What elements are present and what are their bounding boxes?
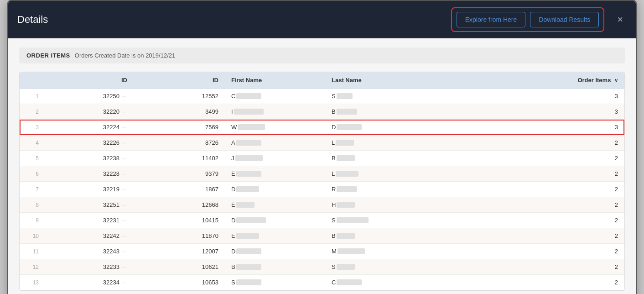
cell-last-name: R (325, 182, 426, 197)
cell-first-name: E (225, 228, 325, 244)
cell-last-name: S (325, 89, 426, 104)
col-user-id: ID (134, 72, 225, 89)
cell-user-id: 3499 (134, 104, 225, 120)
download-results-button[interactable]: Download Results (530, 12, 599, 27)
cell-first-name: D (225, 213, 325, 228)
sort-arrow-icon: ∨ (614, 78, 618, 83)
cell-last-name: L (325, 166, 426, 182)
cell-row-num: 3 (20, 120, 42, 135)
cell-order-id: 32243··· (42, 244, 134, 259)
cell-order-items: 2 (426, 182, 624, 197)
cell-order-id: 32234··· (42, 275, 134, 290)
table-row[interactable]: 1032242···11870EB2 (20, 228, 624, 244)
cell-order-items: 3 (426, 104, 624, 120)
cell-row-num: 5 (20, 151, 42, 166)
col-first-name: First Name (225, 72, 325, 89)
cell-order-id: 32251··· (42, 197, 134, 213)
close-button[interactable]: × (613, 12, 627, 27)
table-row[interactable]: 1232233···10621BS2 (20, 259, 624, 275)
cell-user-id: 11870 (134, 228, 225, 244)
table-row[interactable]: 532238···11402JB2 (20, 151, 624, 166)
table-row[interactable]: 132250···12552CS3 (20, 89, 624, 104)
cell-row-num: 6 (20, 166, 42, 182)
cell-row-num: 12 (20, 259, 42, 275)
cell-order-items: 2 (426, 213, 624, 228)
cell-row-num: 11 (20, 244, 42, 259)
explore-from-here-button[interactable]: Explore from Here (457, 12, 526, 27)
cell-user-id: 7569 (134, 120, 225, 135)
cell-order-id: 32219··· (42, 182, 134, 197)
cell-first-name: A (225, 135, 325, 151)
cell-first-name: E (225, 197, 325, 213)
cell-order-id: 32233··· (42, 259, 134, 275)
cell-row-num: 4 (20, 135, 42, 151)
cell-row-num: 13 (20, 275, 42, 290)
table-header-row: ID ID First Name Last Name Order Items ∨ (20, 72, 624, 89)
cell-order-id: 32228··· (42, 166, 134, 182)
table-row[interactable]: 732219···1867DR2 (20, 182, 624, 197)
cell-last-name: B (325, 228, 426, 244)
filter-label: ORDER ITEMS (26, 52, 70, 59)
cell-user-id: 1867 (134, 182, 225, 197)
modal-title: Details (17, 14, 48, 26)
cell-user-id: 10621 (134, 259, 225, 275)
cell-last-name: B (325, 151, 426, 166)
filter-bar: ORDER ITEMS Orders Created Date is on 20… (19, 47, 625, 63)
cell-first-name: S (225, 275, 325, 290)
table-row[interactable]: 632228···9379EL2 (20, 166, 624, 182)
cell-order-id: 32220··· (42, 104, 134, 120)
table-row[interactable]: 1132243···12007DM2 (20, 244, 624, 259)
data-table-container: ID ID First Name Last Name Order Items ∨… (19, 72, 625, 291)
cell-last-name: L (325, 135, 426, 151)
col-order-items[interactable]: Order Items ∨ (426, 72, 624, 89)
cell-last-name: C (325, 275, 426, 290)
cell-order-id: 32226··· (42, 135, 134, 151)
cell-last-name: H (325, 197, 426, 213)
cell-order-items: 2 (426, 228, 624, 244)
modal-body: ORDER ITEMS Orders Created Date is on 20… (8, 38, 636, 294)
cell-first-name: D (225, 244, 325, 259)
cell-first-name: J (225, 151, 325, 166)
col-row-num (20, 72, 42, 89)
cell-user-id: 12007 (134, 244, 225, 259)
cell-order-id: 32224··· (42, 120, 134, 135)
cell-order-items: 2 (426, 275, 624, 290)
cell-order-items: 2 (426, 244, 624, 259)
table-row[interactable]: 1332234···10653SC2 (20, 275, 624, 290)
table-row[interactable]: 932231···10415DS2 (20, 213, 624, 228)
modal-header: Details Explore from Here Download Resul… (8, 1, 636, 38)
cell-user-id: 12552 (134, 89, 225, 104)
cell-order-items: 3 (426, 120, 624, 135)
cell-last-name: S (325, 213, 426, 228)
cell-row-num: 2 (20, 104, 42, 120)
cell-row-num: 1 (20, 89, 42, 104)
table-row[interactable]: 232220···3499IB3 (20, 104, 624, 120)
data-table: ID ID First Name Last Name Order Items ∨… (20, 72, 624, 290)
cell-first-name: B (225, 259, 325, 275)
cell-last-name: B (325, 104, 426, 120)
cell-order-id: 32242··· (42, 228, 134, 244)
cell-order-items: 2 (426, 259, 624, 275)
table-row[interactable]: 832251···12668EH2 (20, 197, 624, 213)
cell-order-id: 32250··· (42, 89, 134, 104)
cell-first-name: C (225, 89, 325, 104)
cell-user-id: 11402 (134, 151, 225, 166)
cell-order-items: 2 (426, 166, 624, 182)
cell-user-id: 8726 (134, 135, 225, 151)
cell-user-id: 9379 (134, 166, 225, 182)
cell-order-items: 2 (426, 135, 624, 151)
col-last-name: Last Name (325, 72, 426, 89)
cell-order-id: 32231··· (42, 213, 134, 228)
cell-last-name: M (325, 244, 426, 259)
cell-order-items: 2 (426, 151, 624, 166)
cell-last-name: S (325, 259, 426, 275)
table-row[interactable]: 432226···8726AL2 (20, 135, 624, 151)
col-order-id: ID (42, 72, 134, 89)
cell-row-num: 8 (20, 197, 42, 213)
cell-user-id: 10415 (134, 213, 225, 228)
cell-row-num: 9 (20, 213, 42, 228)
table-row[interactable]: 332224···7569WD3 (20, 120, 624, 135)
cell-last-name: D (325, 120, 426, 135)
cell-order-id: 32238··· (42, 151, 134, 166)
cell-user-id: 10653 (134, 275, 225, 290)
